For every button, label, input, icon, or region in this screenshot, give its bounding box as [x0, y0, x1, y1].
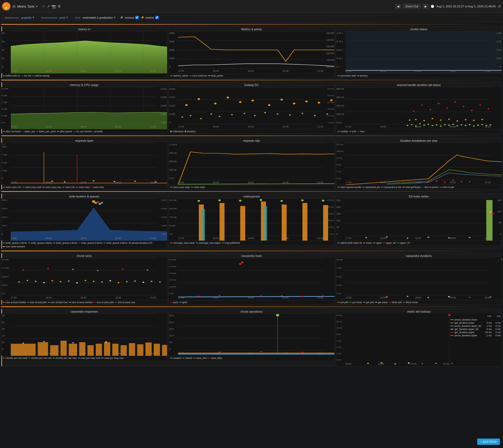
svg-point-99: [92, 200, 95, 203]
panel-title-memory-cpu: memory & CPU usage: [1, 82, 167, 87]
panel-title-chunk-sizes: chunk sizes: [1, 253, 167, 258]
svg-point-21: [254, 115, 255, 116]
panel-metrics-in: metrics in 8K6K4K2K0: [1, 26, 167, 78]
svg-point-77: [454, 101, 456, 103]
svg-point-139: [101, 281, 103, 283]
x-labels-2: 17:0018:0019:0020:0021:00: [178, 69, 323, 73]
y-labels-memory: 12 GiB9 GiB7 GiB5 GiB2 GiB0 B: [1, 87, 11, 124]
x-labels-metric-def: 18:0019:0020:0021:00: [345, 362, 449, 366]
panel-request-handle: request handle duration (all steps) 800 …: [336, 82, 502, 134]
panel-body-metric-def-lookups: 64 ms32 ms16 ms8 ms4 ms2 ms1 ms0 ms: [336, 314, 502, 366]
y-labels-chunk: 2.0 KiB1.5 KiB1000 B500 B0 B: [1, 258, 11, 295]
legend-chunk: size at load median size at load p90 siz…: [1, 300, 167, 304]
events-toggle[interactable]: ⚡ events: [141, 16, 158, 19]
table-header-avg: avg: [497, 315, 501, 317]
svg-point-76: [446, 108, 448, 109]
refresh-icon[interactable]: ↺: [498, 4, 501, 8]
svg-point-150: [72, 269, 74, 270]
svg-point-118: [301, 199, 304, 201]
host-value: metrictank-1-production: [83, 16, 113, 19]
svg-point-39: [318, 102, 320, 104]
svg-point-38: [305, 100, 308, 102]
panel-golang-gc: Golang GC 0.0200.0150.0100.0050: [168, 82, 335, 134]
chart-svg-cass-resp: [11, 314, 167, 356]
svg-point-102: [99, 203, 101, 205]
panel-body-chunk-sizes: 2.0 KiB1.5 KiB1000 B500 B0 B: [1, 258, 167, 300]
svg-point-20: [244, 113, 245, 114]
svg-point-72: [413, 110, 415, 112]
memos-label: memos: [125, 16, 134, 19]
svg-point-141: [118, 282, 119, 283]
environment-selector[interactable]: environment: prod ▾: [39, 15, 70, 20]
table-header-max: max: [487, 315, 491, 317]
panel-body-memory-cpu: 12 GiB9 GiB7 GiB5 GiB2 GiB0 B 17:0018: [1, 87, 167, 129]
zoom-out-button[interactable]: Zoom Out: [403, 4, 421, 9]
chart-cassandra-responses: 50403020100: [1, 314, 167, 356]
svg-point-210: [451, 363, 453, 364]
zoom-forward-button[interactable]: ▶: [423, 4, 429, 9]
y-labels-es: 250200150100500: [336, 198, 345, 236]
panel-title-golang-gc: Golang GC: [169, 82, 334, 87]
svg-point-143: [134, 281, 136, 282]
svg-point-116: [260, 199, 262, 201]
row-divider-1: [1, 24, 502, 25]
svg-point-63: [415, 119, 417, 120]
x-labels-chunk-ops: 17:0018:0019:0020:0021:00: [178, 351, 323, 356]
svg-point-130: [27, 280, 28, 281]
chart-svg-request: [345, 87, 502, 129]
svg-point-36: [280, 99, 283, 101]
events-checkbox[interactable]: [155, 16, 159, 19]
svg-rect-109: [303, 203, 308, 241]
panel-metric-def-lookups: metric def lookups 64 ms32 ms16 ms8 ms4 …: [336, 309, 502, 366]
svg-point-136: [76, 282, 78, 284]
svg-point-34: [252, 100, 254, 101]
panel-requests-span: requests span 1.3 week7 day5 day2 day0: [1, 138, 167, 190]
panel-title-metric-def-lookups: metric def lookups: [336, 309, 502, 314]
chart-requests-rate: 1.0 kHz750 Hz500 Hz250 Hz0 Hz 17:0018:00…: [169, 143, 334, 185]
x-labels-write: 17:0018:0019:0020:0021:00: [11, 236, 156, 241]
svg-point-37: [293, 103, 295, 104]
star-icon[interactable]: ☆: [42, 4, 45, 8]
settings-icon[interactable]: ⚙: [58, 4, 61, 8]
svg-point-153: [147, 269, 148, 271]
chart-cassandra-reqs: 5.0 kHz4.0 kHz3.0 kHz2.0 kHz1.0 kHz0 Hz: [169, 258, 334, 300]
chart-chunk-sizes: 2.0 KiB1.5 KiB1000 B500 B0 B: [1, 258, 167, 300]
panel-body-requests-rate: 1.0 kHz750 Hz500 Hz250 Hz0 Hz 17:0018:00…: [169, 143, 334, 185]
panel-body-cassandra-responses: 50403020100: [1, 314, 167, 356]
panel-cassandra-reqs: cassandra req/s 5.0 kHz4.0 kHz3.0 kHz2.0…: [168, 253, 335, 305]
svg-point-133: [51, 280, 53, 282]
memos-toggle[interactable]: ⚡ memos: [120, 16, 139, 19]
datasource-selector[interactable]: datasource: graphite ▾: [2, 15, 37, 20]
title-chevron-icon[interactable]: ▾: [36, 5, 38, 8]
svg-rect-110: [323, 205, 328, 241]
panel-body-cassandra-durations: 10 min7 min5 min2 min0 ms: [336, 258, 502, 300]
zoom-back-button[interactable]: ◀: [395, 4, 401, 9]
snapshot-icon[interactable]: 📷: [52, 4, 56, 8]
chart-svg-metricpersist: [178, 198, 335, 241]
svg-point-80: [479, 104, 481, 106]
svg-point-114: [218, 199, 221, 201]
svg-point-191: [22, 343, 24, 344]
row-divider-5: [1, 251, 502, 251]
host-chevron: ▾: [114, 16, 115, 19]
panel-title-cassandra-reqs: cassandra req/s: [169, 253, 334, 258]
environment-value: prod: [59, 16, 65, 19]
svg-point-17: [210, 114, 212, 115]
legend-metrics-in: kafka-mdm in too old add-to-saving: [1, 73, 167, 78]
host-selector[interactable]: host: metrictank-1-production ▾: [72, 15, 118, 20]
svg-point-159: [241, 262, 243, 263]
x-labels-cluster: 17:0018:0019:0020:0021:00: [345, 69, 491, 73]
time-range: Aug 3, 2016 16:18:27 to Aug 3, 2016 21:4…: [436, 5, 496, 8]
chart-requests-span: 1.3 week7 day5 day2 day0: [1, 143, 167, 185]
svg-point-62: [409, 119, 410, 121]
share-icon[interactable]: ↗: [47, 4, 50, 8]
svg-point-119: [322, 200, 324, 202]
toolbar: datasource: graphite ▾ environment: prod…: [0, 13, 503, 22]
row-divider-2: [1, 80, 502, 80]
svg-point-149: [47, 268, 49, 269]
svg-rect-120: [486, 200, 493, 241]
svg-point-137: [84, 280, 86, 281]
panel-requests-rate: requests rate 1.0 kHz750 Hz500 Hz250 Hz0…: [168, 138, 335, 190]
events-label: events: [145, 16, 154, 19]
memos-checkbox[interactable]: [135, 16, 139, 19]
